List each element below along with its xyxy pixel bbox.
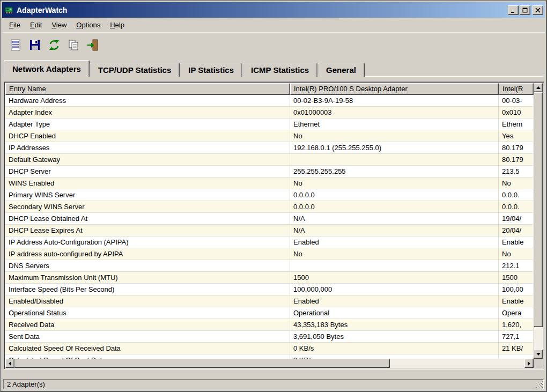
table-cell: No	[290, 130, 499, 142]
table-cell	[499, 354, 534, 359]
table-cell: WINS Enabled	[5, 177, 290, 189]
table-row[interactable]: Interface Speed (Bits Per Second)100,000…	[5, 284, 534, 295]
table-row[interactable]: Maximum Transmission Unit (MTU)15001500	[5, 272, 534, 284]
menu-item-file[interactable]: File	[4, 19, 25, 31]
table-row[interactable]: IP Addresses192.168.0.1 (255.255.255.0)8…	[5, 142, 534, 154]
table-row[interactable]: Sent Data3,691,050 Bytes727,1	[5, 331, 534, 343]
table-row[interactable]: Secondary WINS Server0.0.0.00.0.0.	[5, 201, 534, 213]
table-cell: 213.5	[499, 166, 534, 177]
report-icon	[9, 39, 22, 51]
scroll-down-button[interactable]	[534, 350, 543, 359]
table-cell: 0.0.0.0	[290, 201, 499, 212]
table-cell: 1,620,	[499, 319, 534, 330]
table-cell: 00-02-B3-9A-19-58	[290, 95, 499, 106]
table-cell: Received Data	[5, 319, 290, 330]
table-row[interactable]: Operational StatusOperationalOpera	[5, 307, 534, 319]
menu-item-edit[interactable]: Edit	[25, 19, 47, 31]
resize-grip[interactable]	[535, 381, 543, 388]
table-cell: 00-03-	[499, 95, 534, 106]
column-header-intel-r[interactable]: Intel(R	[499, 83, 534, 95]
table-cell: DHCP Enabled	[5, 130, 290, 142]
vertical-scrollbar[interactable]	[534, 83, 543, 359]
table-cell: 212.1	[499, 260, 534, 271]
column-header-intel-r-pro-100-s-desktop-adapter[interactable]: Intel(R) PRO/100 S Desktop Adapter	[290, 83, 499, 95]
tab-strip: Network AdaptersTCP/UDP StatisticsIP Sta…	[4, 60, 543, 77]
table-row[interactable]: Enabled/DisabledEnabledEnable	[5, 295, 534, 307]
table-cell: 0x01000003	[290, 107, 499, 118]
adapter-table: Entry NameIntel(R) PRO/100 S Desktop Ada…	[4, 82, 544, 369]
table-cell: Calculated Speed Of Sent Data	[5, 354, 290, 359]
table-cell: 19/04/	[499, 213, 534, 224]
table-row[interactable]: DHCP Server255.255.255.255213.5	[5, 166, 534, 177]
table-row[interactable]: IP address auto-configured by APIPANoNo	[5, 248, 534, 260]
table-cell: 0.0.0.	[499, 189, 534, 201]
save-button[interactable]	[27, 37, 43, 53]
maximize-button[interactable]	[520, 5, 530, 15]
scrollbar-corner	[534, 359, 543, 368]
table-row[interactable]: Default Gateway80.179	[5, 154, 534, 166]
table-cell: 727,1	[499, 331, 534, 342]
menu-item-options[interactable]: Options	[71, 19, 105, 31]
tab-ip-statistics[interactable]: IP Statistics	[180, 63, 242, 77]
table-cell: N/A	[290, 225, 499, 236]
horizontal-scrollbar[interactable]	[5, 359, 534, 368]
refresh-icon	[48, 39, 61, 51]
refresh-button[interactable]	[46, 37, 62, 53]
exit-icon	[86, 39, 99, 51]
exit-button[interactable]	[85, 37, 101, 53]
minimize-button[interactable]	[508, 5, 519, 15]
table-cell: 100,000,000	[290, 284, 499, 295]
table-cell: 20/04/	[499, 225, 534, 236]
tab-icmp-statistics[interactable]: ICMP Statistics	[242, 63, 317, 77]
arrow-left-icon	[9, 361, 11, 366]
table-cell: 1500	[290, 272, 499, 283]
table-cell: 0.0.0.0	[290, 189, 499, 201]
table-cell	[290, 260, 499, 271]
table-cell: No	[499, 177, 534, 189]
table-cell: Enable	[499, 295, 534, 307]
tab-network-adapters[interactable]: Network Adapters	[4, 60, 90, 77]
title-bar[interactable]: AdapterWatch	[2, 2, 545, 18]
table-cell: No	[499, 248, 534, 260]
table-row[interactable]: Calculated Speed Of Sent Data0 KB/s	[5, 354, 534, 359]
table-row[interactable]: IP Address Auto-Configuration (APIPA)Ena…	[5, 236, 534, 248]
table-cell: 0x010	[499, 107, 534, 118]
table-cell: Ethernet	[290, 119, 499, 130]
scroll-up-button[interactable]	[534, 83, 543, 92]
table-cell: 0.0.0.	[499, 201, 534, 212]
column-header-entry-name[interactable]: Entry Name	[5, 83, 290, 95]
vertical-scroll-thumb[interactable]	[534, 92, 543, 327]
table-cell: No	[290, 177, 499, 189]
table-cell: Default Gateway	[5, 154, 290, 165]
app-icon	[5, 5, 14, 15]
table-cell: Enabled	[290, 295, 499, 307]
table-row[interactable]: Adapter TypeEthernetEthern	[5, 119, 534, 130]
table-row[interactable]: DNS Servers212.1	[5, 260, 534, 272]
maximize-icon	[522, 7, 528, 13]
table-row[interactable]: Received Data43,353,183 Bytes1,620,	[5, 319, 534, 331]
close-button[interactable]	[533, 5, 543, 15]
tab-tcp-udp-statistics[interactable]: TCP/UDP Statistics	[90, 63, 180, 77]
table-row[interactable]: DHCP EnabledNoYes	[5, 130, 534, 142]
table-cell: 100,00	[499, 284, 534, 295]
tab-general[interactable]: General	[317, 63, 365, 77]
toolbar	[2, 32, 545, 57]
table-cell: Secondary WINS Server	[5, 201, 290, 212]
horizontal-scroll-thumb[interactable]	[14, 359, 390, 368]
table-row[interactable]: Hardware Address00-02-B3-9A-19-5800-03-	[5, 95, 534, 107]
scroll-right-button[interactable]	[524, 359, 534, 368]
report-button[interactable]	[8, 37, 24, 53]
table-row[interactable]: DHCP Lease Expires AtN/A20/04/	[5, 225, 534, 236]
table-row[interactable]: Adapter Index0x010000030x010	[5, 107, 534, 119]
copy-button[interactable]	[65, 37, 82, 53]
menu-item-view[interactable]: View	[47, 19, 71, 31]
table-row[interactable]: WINS EnabledNoNo	[5, 177, 534, 189]
table-row[interactable]: Primary WINS Server0.0.0.00.0.0.	[5, 189, 534, 201]
table-cell: Opera	[499, 307, 534, 319]
table-cell: Hardware Address	[5, 95, 290, 106]
table-row[interactable]: Calculated Speed Of Received Data0 KB/s2…	[5, 343, 534, 354]
menu-item-help[interactable]: Help	[105, 19, 129, 31]
table-cell: 0 KB/s	[290, 343, 499, 354]
scroll-left-button[interactable]	[5, 359, 14, 368]
table-row[interactable]: DHCP Lease Obtained AtN/A19/04/	[5, 213, 534, 225]
